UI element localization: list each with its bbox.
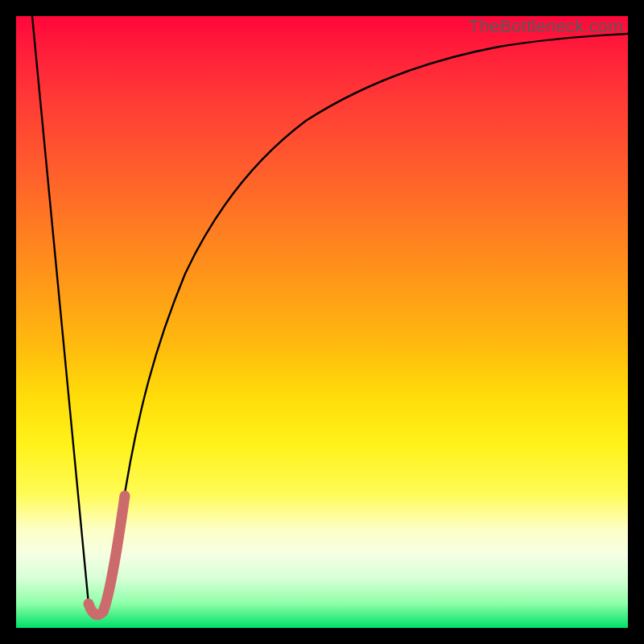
chart-frame: TheBottleneck.com <box>0 0 644 644</box>
highlight-segment <box>89 496 125 615</box>
plot-area: TheBottleneck.com <box>16 16 628 628</box>
watermark-text: TheBottleneck.com <box>469 16 623 37</box>
curves-svg <box>16 16 628 628</box>
